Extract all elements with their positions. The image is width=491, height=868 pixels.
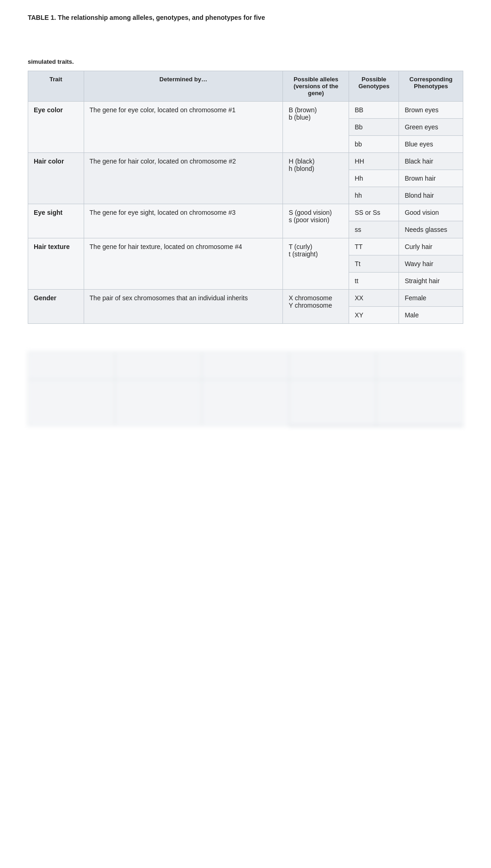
genotype-cell-0-1: Bb (349, 119, 399, 136)
alleles-cell-4: X chromosome Y chromosome (283, 290, 349, 324)
genotype-cell-4-0: XX (349, 290, 399, 307)
trait-cell-0: Eye color (28, 102, 84, 153)
trait-cell-1: Hair color (28, 153, 84, 204)
phenotype-cell-2-1: Needs glasses (399, 221, 463, 238)
genotype-cell-0-0: BB (349, 102, 399, 119)
col-header-phenotypes: CorrespondingPhenotypes (399, 71, 463, 102)
phenotype-cell-4-0: Female (399, 290, 463, 307)
phenotype-cell-3-1: Wavy hair (399, 255, 463, 273)
blurred-cell (202, 380, 289, 426)
genotype-cell-4-1: XY (349, 307, 399, 324)
phenotype-cell-0-1: Green eyes (399, 119, 463, 136)
determined-cell-4: The pair of sex chromosomes that an indi… (84, 290, 283, 324)
alleles-cell-0: B (brown) b (blue) (283, 102, 349, 153)
determined-cell-2: The gene for eye sight, located on chrom… (84, 204, 283, 238)
trait-cell-4: Gender (28, 290, 84, 324)
subtitle: simulated traits. (28, 58, 463, 65)
blurred-table (28, 352, 463, 426)
determined-cell-1: The gene for hair color, located on chro… (84, 153, 283, 204)
phenotype-cell-1-1: Brown hair (399, 170, 463, 187)
genotype-cell-2-0: SS or Ss (349, 204, 399, 221)
col-header-determined: Determined by… (84, 71, 283, 102)
alleles-cell-1: H (black) h (blond) (283, 153, 349, 204)
genotype-cell-3-2: tt (349, 273, 399, 290)
determined-cell-3: The gene for hair texture, located on ch… (84, 238, 283, 290)
col-header-alleles: Possible alleles(versions of thegene) (283, 71, 349, 102)
blurred-cell (28, 352, 115, 380)
blurred-cell (202, 352, 289, 380)
blurred-cell (289, 352, 376, 380)
col-header-genotypes: PossibleGenotypes (349, 71, 399, 102)
blurred-cell (28, 380, 115, 426)
phenotype-cell-3-0: Curly hair (399, 238, 463, 255)
blurred-cell (376, 352, 463, 380)
phenotype-cell-1-0: Black hair (399, 153, 463, 170)
genotype-cell-1-1: Hh (349, 170, 399, 187)
col-header-trait: Trait (28, 71, 84, 102)
genotype-cell-2-1: ss (349, 221, 399, 238)
phenotype-cell-3-2: Straight hair (399, 273, 463, 290)
blurred-cell (115, 380, 202, 426)
trait-cell-3: Hair texture (28, 238, 84, 290)
phenotype-cell-0-2: Blue eyes (399, 136, 463, 153)
alleles-cell-3: T (curly) t (straight) (283, 238, 349, 290)
phenotype-cell-1-2: Blond hair (399, 187, 463, 204)
phenotype-cell-2-0: Good vision (399, 204, 463, 221)
alleles-cell-2: S (good vision) s (poor vision) (283, 204, 349, 238)
trait-cell-2: Eye sight (28, 204, 84, 238)
genotype-cell-3-1: Tt (349, 255, 399, 273)
blurred-cell (115, 352, 202, 380)
genotype-cell-0-2: bb (349, 136, 399, 153)
traits-table: Trait Determined by… Possible alleles(ve… (28, 71, 463, 324)
genotype-cell-3-0: TT (349, 238, 399, 255)
determined-cell-0: The gene for eye color, located on chrom… (84, 102, 283, 153)
blurred-cell (289, 380, 376, 426)
blurred-cell (376, 380, 463, 426)
genotype-cell-1-0: HH (349, 153, 399, 170)
page-title: TABLE 1. The relationship among alleles,… (28, 14, 463, 21)
blurred-section (28, 352, 463, 426)
phenotype-cell-0-0: Brown eyes (399, 102, 463, 119)
phenotype-cell-4-1: Male (399, 307, 463, 324)
genotype-cell-1-2: hh (349, 187, 399, 204)
